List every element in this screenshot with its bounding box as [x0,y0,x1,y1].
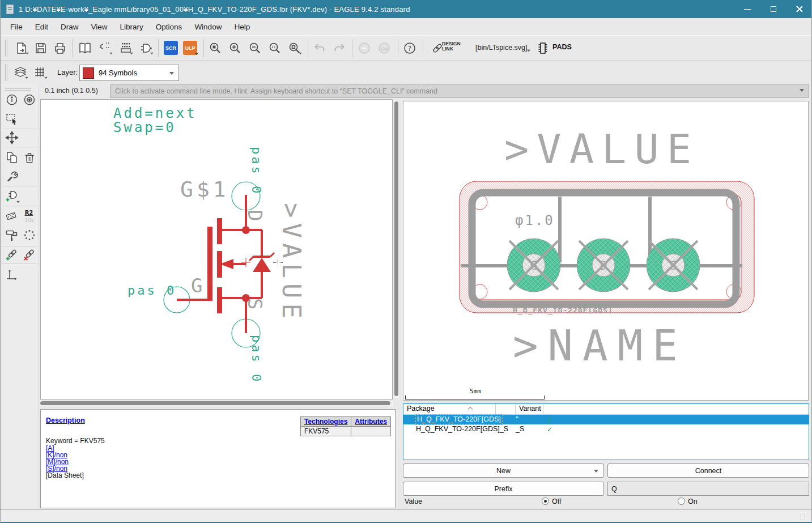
device-tool-icon[interactable] [139,41,154,56]
prefix-button[interactable]: Prefix [403,482,604,496]
add-gate-tool-icon[interactable] [5,189,19,203]
menu-view[interactable]: View [85,20,114,33]
split-tool-icon[interactable] [22,228,37,243]
menubar: File Edit Draw View Library Options Wind… [1,18,812,35]
zoom-in-icon[interactable] [228,41,243,56]
zoom-select-icon[interactable] [267,41,282,56]
link-add-tool-icon[interactable] [5,248,19,262]
radio-on-icon [678,498,685,505]
package-canvas[interactable]: G D S >VALUE >NAME φ1.0 H_Q_FKV_TO-220F[… [403,101,809,401]
package-name-placeholder: >NAME [513,321,687,370]
pin-label-top: pas 0 [249,147,263,195]
description-link[interactable]: Description [46,416,85,424]
maximize-button[interactable] [760,0,787,18]
annotation-add: Add=next [113,105,197,121]
change-tool-icon[interactable] [5,169,19,184]
attributes-cell[interactable] [351,427,391,436]
toolbar-grip [5,40,6,57]
symbol-horizontal-scrollbar[interactable] [40,401,393,406]
menu-draw[interactable]: Draw [54,20,85,33]
prefix-value-input[interactable] [607,482,809,496]
undo-icon[interactable] [312,41,327,56]
ltspice-label: [bin/LTspice.svg] [475,44,527,52]
zoom-out-icon[interactable] [248,41,262,56]
zoom-fit-icon[interactable] [208,41,223,56]
scale-ruler-line [405,396,545,399]
close-button[interactable] [787,0,812,18]
keyword-text: Keyword = FKV575 [46,437,105,445]
tool-sidebar: R210k [1,84,39,509]
pads-button[interactable]: PADS [552,43,572,51]
spacer-column-header[interactable] [496,404,516,415]
name-tool-icon[interactable] [5,209,19,223]
scr-label: SCR [165,45,176,51]
move-tool-icon[interactable] [5,130,19,145]
menu-edit[interactable]: Edit [29,20,54,33]
value-on-radio[interactable]: On [678,498,698,505]
value-tool-icon[interactable]: R210k [22,209,37,223]
connect-button[interactable]: Connect [607,464,809,478]
new-package-button[interactable]: New [403,464,604,478]
copy-tool-icon[interactable] [5,150,19,165]
package-name-1: H_Q_FKV_TO-220F[GDS] [416,415,502,424]
link-remove-tool-icon[interactable] [22,248,37,262]
value-off-radio[interactable]: Off [542,498,561,505]
variant-column-header[interactable]: Variant [516,404,543,415]
delete-tool-icon[interactable] [22,150,37,165]
print-icon[interactable] [53,41,67,56]
origin-mark-tool-icon[interactable] [5,268,19,283]
symbol-vertical-scrollbar[interactable] [394,100,399,398]
vscroll-thumb[interactable] [394,101,398,396]
group-select-tool-icon[interactable] [5,112,19,126]
new-button-caret-icon [594,470,598,473]
zoom-redraw-icon[interactable] [287,41,302,56]
package-variant-table: Package Variant H_Q_FKV_TO-220F[GDS] '' … [403,403,809,460]
pin-name-s: S [244,298,266,309]
redo-icon[interactable] [332,41,347,56]
drill-diameter-label: φ1.0 [515,212,555,228]
help-icon[interactable]: ? [402,41,417,56]
technology-cell[interactable]: FKV575 [300,427,351,436]
menu-help[interactable]: Help [228,20,256,33]
ulp-label: ULP [185,45,195,51]
package-value-placeholder: >VALUE [504,125,699,173]
menu-library[interactable]: Library [114,20,150,33]
menu-options[interactable]: Options [150,20,189,33]
paint-tool-icon[interactable] [5,228,19,243]
menu-file[interactable]: File [4,20,29,33]
command-line-input[interactable] [110,84,809,98]
layer-dropdown[interactable]: 94 Symbols [79,65,179,81]
show-tool-icon[interactable] [22,92,37,107]
ulp-button[interactable]: ULP [183,41,197,55]
technologies-header[interactable]: Technologies [300,417,351,427]
scr-script-button[interactable]: SCR [164,41,178,55]
package-tool-icon[interactable] [118,41,133,56]
pads-ic-icon[interactable] [535,41,550,56]
minimize-button[interactable] [734,0,760,18]
open-library-icon[interactable] [14,41,29,56]
grid-icon[interactable] [32,65,47,79]
new-button-label: New [496,467,511,475]
table-row-package-2[interactable]: H_Q_FKV_TO-220F[GDS]_S _S ✓ [403,424,809,434]
close-icon [796,6,803,12]
table-row-package-1[interactable]: H_Q_FKV_TO-220F[GDS] '' ✓ [403,415,809,424]
save-icon[interactable] [33,41,48,56]
design-link-button[interactable]: DESIGN LINK [442,41,461,52]
library-book-icon[interactable] [78,41,92,56]
layer-settings-icon[interactable] [13,65,28,79]
hscroll-thumb[interactable] [40,401,390,405]
menu-window[interactable]: Window [188,20,228,33]
package-name-2: H_Q_FKV_TO-220F[GDS]_S [416,424,508,434]
symbol-tool-icon[interactable] [98,41,113,56]
attributes-header[interactable]: Attributes [351,417,391,427]
radio-off-icon [542,498,549,505]
technologies-table: Technologies Attributes FKV575 [300,416,391,436]
symbol-canvas[interactable]: Add=next Swap=0 G$1 pas 0 pas 0 pas 0 D … [40,99,393,399]
layer-selected: 94 Symbols [99,69,137,77]
layer-toolbar: Layer: 94 Symbols [1,60,812,84]
window-title: 1 D:¥DATE¥E-work¥_Eagle mmLibrary05_01_0… [19,5,410,14]
info-tool-icon[interactable] [5,92,19,107]
ltspice-export-button[interactable]: [bin/LTspice.svg] [475,44,527,52]
package-column-header[interactable]: Package [403,404,496,415]
minimize-icon [744,9,751,10]
